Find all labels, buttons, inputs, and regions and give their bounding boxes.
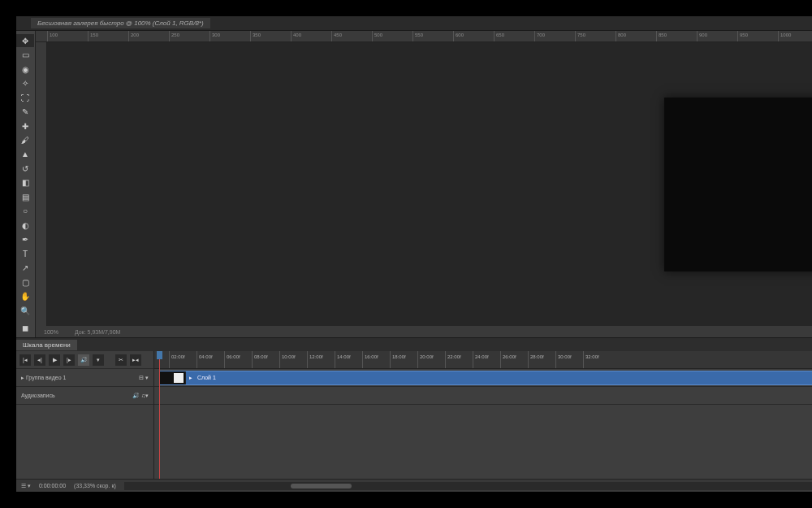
ruler-tick: 100 (47, 31, 88, 41)
timeline-tab[interactable]: Шкала времени (16, 340, 77, 350)
move-tool[interactable]: ✥ (16, 34, 34, 47)
ruler-tick: 550 (412, 31, 453, 41)
timeline-tick: 20:00f (417, 351, 445, 368)
split-button[interactable]: ✂ (115, 354, 127, 366)
timeline-tick: 24:00f (473, 351, 500, 368)
mute-button[interactable]: 🔊 (78, 354, 89, 366)
marquee-tool[interactable]: ▭ (16, 48, 34, 61)
canvas-body (36, 42, 812, 326)
ruler-tick: 300 (209, 31, 250, 41)
stamp-tool[interactable]: ▲ (16, 148, 34, 161)
timeline-panel: Шкала времени |◂ ◂| ▶ |▸ 🔊 ▾ ✂ ▸◂ (16, 337, 812, 492)
timeline-tick: 08:00f (252, 351, 279, 368)
pen-tool[interactable]: ✒ (16, 233, 34, 246)
shape-tool[interactable]: ▢ (16, 276, 34, 289)
canvas-area: 1001502002503003504004505005506006507007… (36, 31, 812, 337)
timeline-tick: 10:00f (279, 351, 307, 368)
ruler-tick: 500 (372, 31, 412, 41)
track-options-icon[interactable]: ⊟ ▾ (139, 375, 149, 381)
timecode[interactable]: 0:00:00:00 (39, 483, 66, 488)
blur-tool[interactable]: ○ (16, 205, 34, 218)
zoom-level[interactable]: 100% (44, 329, 58, 335)
timeline-controls: |◂ ◂| ▶ |▸ 🔊 ▾ ✂ ▸◂ (16, 351, 153, 369)
ruler-tick: 600 (453, 31, 494, 41)
ruler-horizontal: 1001502002503003504004505005506006507007… (36, 31, 812, 42)
tools-panel: ✥ ▭ ◉ ✧ ⛶ ✎ ✚ 🖌 ▲ ↺ ◧ ▤ ○ ◐ ✒ T ↗ ▢ ✋ 🔍 (16, 31, 36, 337)
ruler-tick: 200 (128, 31, 169, 41)
ruler-tick: 750 (575, 31, 615, 41)
timeline-zoom-scroll[interactable] (124, 482, 812, 490)
app-window: Бесшовная галерея быстро @ 100% (Слой 1,… (16, 16, 796, 492)
timeline-tick: 22:00f (445, 351, 473, 368)
frame-rate: (33,33% скор. к) (74, 483, 116, 488)
clip-thumbnail (160, 371, 186, 384)
document-tabs: Бесшовная галерея быстро @ 100% (Слой 1,… (16, 16, 812, 31)
ruler-tick: 350 (250, 31, 291, 41)
ruler-tick: 700 (534, 31, 575, 41)
video-track[interactable]: ▸ Слой 1 + (154, 369, 812, 387)
ruler-tick: 400 (291, 31, 331, 41)
path-tool[interactable]: ↗ (16, 262, 34, 275)
ruler-tick: 250 (169, 31, 209, 41)
timeline-track-headers: |◂ ◂| ▶ |▸ 🔊 ▾ ✂ ▸◂ ▸ Группа видео 1 ⊟ ▾ (16, 351, 154, 479)
track-audio-icon[interactable]: 🔊 ♫▾ (132, 393, 149, 399)
ruler-tick: 900 (697, 31, 737, 41)
canvas-viewport[interactable] (47, 42, 812, 326)
timeline-tick: 06:00f (224, 351, 252, 368)
main-area: Бесшовная галерея быстро @ 100% (Слой 1,… (16, 16, 812, 492)
timeline-tick: 02:00f (169, 351, 197, 368)
wand-tool[interactable]: ✧ (16, 76, 34, 89)
eraser-tool[interactable]: ◧ (16, 176, 34, 189)
eyedropper-tool[interactable]: ✎ (16, 105, 34, 118)
doc-size: Док: 5,93M/7,90M (75, 329, 121, 335)
document-tab[interactable]: Бесшовная галерея быстро @ 100% (Слой 1,… (31, 18, 210, 28)
ruler-tick: 650 (494, 31, 534, 41)
timeline-ruler[interactable]: 02:00f04:00f06:00f08:00f10:00f12:00f14:0… (154, 351, 812, 369)
timeline-tick: 30:00f (555, 351, 583, 368)
heal-tool[interactable]: ✚ (16, 119, 34, 132)
audio-track[interactable]: + (154, 387, 812, 405)
ruler-tick: 800 (615, 31, 656, 41)
timeline-tab-bar: Шкала времени (16, 338, 812, 351)
timeline-tracks: 02:00f04:00f06:00f08:00f10:00f12:00f14:0… (154, 351, 812, 479)
track-header-audio[interactable]: Аудиозапись 🔊 ♫▾ (16, 387, 153, 405)
color-swatch[interactable]: ◼ (16, 318, 34, 337)
dodge-tool[interactable]: ◐ (16, 219, 34, 232)
zoom-tool[interactable]: 🔍 (16, 304, 34, 317)
first-frame-button[interactable]: |◂ (19, 354, 31, 366)
ruler-tick: 1000 (778, 31, 812, 41)
gradient-tool[interactable]: ▤ (16, 190, 34, 203)
ruler-tick: 850 (656, 31, 697, 41)
ruler-vertical (36, 42, 47, 326)
type-tool[interactable]: T (16, 247, 34, 260)
timeline-tick: 18:00f (390, 351, 417, 368)
timeline-zoom-thumb[interactable] (291, 484, 352, 488)
timeline-tick: 04:00f (197, 351, 224, 368)
playhead[interactable] (159, 351, 160, 479)
timeline-tick: 26:00f (500, 351, 528, 368)
next-frame-button[interactable]: |▸ (63, 354, 75, 366)
video-clip[interactable]: ▸ Слой 1 (159, 371, 812, 385)
hand-tool[interactable]: ✋ (16, 289, 34, 302)
transition-button[interactable]: ▸◂ (130, 354, 141, 366)
history-brush-tool[interactable]: ↺ (16, 162, 34, 175)
track-header-video[interactable]: ▸ Группа видео 1 ⊟ ▾ (16, 369, 153, 387)
crop-tool[interactable]: ⛶ (16, 91, 34, 104)
timeline-menu-icon[interactable]: ☰ ▾ (21, 483, 31, 489)
play-button[interactable]: ▶ (49, 354, 60, 366)
timeline-tick: 32:00f (583, 351, 611, 368)
work-row: ✥ ▭ ◉ ✧ ⛶ ✎ ✚ 🖌 ▲ ↺ ◧ ▤ ○ ◐ ✒ T ↗ ▢ ✋ 🔍 (16, 31, 812, 337)
timeline-tick: 28:00f (528, 351, 555, 368)
canvas-status: 100% Док: 5,93M/7,90M (36, 326, 812, 337)
brush-tool[interactable]: 🖌 (16, 133, 34, 146)
options-button[interactable]: ▾ (93, 354, 104, 366)
ruler-tick: 950 (737, 31, 778, 41)
ruler-tick: 150 (88, 31, 128, 41)
ruler-tick: 450 (331, 31, 372, 41)
timeline-tick: 14:00f (335, 351, 362, 368)
timeline-tick: 12:00f (307, 351, 335, 368)
lasso-tool[interactable]: ◉ (16, 63, 34, 76)
prev-frame-button[interactable]: ◂| (34, 354, 45, 366)
artboard (664, 98, 812, 271)
timeline-footer: ☰ ▾ 0:00:00:00 (33,33% скор. к) (16, 479, 812, 492)
